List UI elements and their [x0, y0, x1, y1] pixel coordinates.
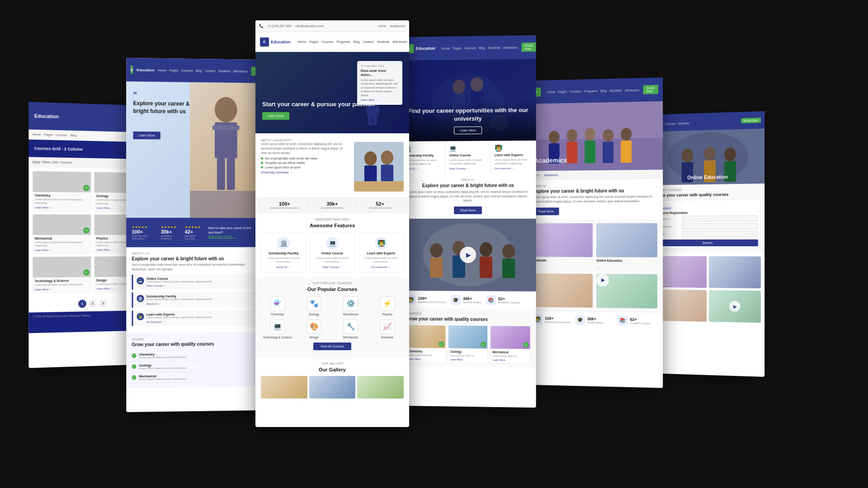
cr-mech-link[interactable]: Learn More [492, 359, 528, 362]
check-icon: ✓ [132, 375, 136, 380]
add-badge[interactable] [481, 342, 486, 347]
application-link[interactable]: Application Form → [208, 235, 236, 238]
about-label: About University [261, 139, 404, 142]
features-label: Awesome Features [261, 218, 404, 221]
cr-zoo-link[interactable]: Learn More [450, 358, 486, 361]
students-icon: 🎓 [451, 295, 461, 305]
about-image [354, 142, 404, 192]
about-text: Sed ut perspiciatis unde omnis iste natu… [132, 263, 256, 272]
course-name: Mechanical [35, 237, 89, 240]
crs-students: 🎓 30k+ Student Bodies [451, 295, 481, 305]
hero-learn-more-btn[interactable]: Learn More [133, 131, 160, 140]
cr-read-more-btn[interactable]: Read More [454, 206, 482, 214]
hero-title: Explore your career & bright future with… [133, 100, 197, 116]
university-overview-link[interactable]: University Overview → [261, 171, 349, 174]
add-badge[interactable] [83, 269, 90, 276]
cr-chem-link[interactable]: Learn More [408, 358, 443, 361]
fc-link-1[interactable]: About Us → [276, 266, 291, 268]
course-id-input[interactable] [682, 215, 758, 222]
gallery-grid [261, 376, 404, 399]
cc-hero: Start your career & pursue your passion … [255, 52, 409, 133]
crf-online-icon: 💻 [449, 145, 486, 152]
grow-title: Grow your career with quality courses [132, 341, 256, 347]
cr-hero-btn[interactable]: Learn More [454, 127, 482, 134]
stats-banner: ★★★★★ 100+ Experienced Instructors ★★★★★… [126, 218, 262, 247]
design-icon: 🎨 [307, 319, 321, 334]
cr-enroll-btn[interactable]: Enroll Now [522, 42, 536, 52]
stars-row-2: ★★★★★ [161, 225, 176, 229]
crs-instructors: 👨‍🏫 100+ Experienced Instructors [406, 295, 446, 305]
learn-more-link[interactable]: Learn More → [35, 249, 89, 251]
cs-num-1: 100+ [279, 201, 290, 206]
course-item-chemistry: ChemistryLorem ipsum dolor sit amet cons… [33, 171, 91, 211]
stat-label-2: Excellent Students [161, 234, 179, 239]
rcg-arrow-2[interactable]: → [596, 266, 599, 269]
play-button[interactable] [460, 247, 476, 263]
courses-icons-grid: ⚗️Chemistry 🐾Zoology ⚙️Mechanical ⚡Physi… [261, 296, 404, 339]
rcg-play-btn[interactable] [596, 274, 609, 286]
page-2-btn[interactable]: 2 [89, 300, 97, 308]
search-btn[interactable]: Search [658, 239, 758, 246]
fi-link-1[interactable]: View Courses → [146, 284, 212, 287]
crs-label-3: Excellent Courses [498, 301, 520, 304]
add-badge[interactable] [439, 341, 444, 347]
rcg-item-3 [533, 273, 593, 308]
page-3-btn[interactable]: 3 [99, 299, 107, 307]
rr-stat-courses: 📚 52+ Excellent Courses [618, 315, 657, 326]
crf-text-2: Lorem ipsum dolor sit amet consectetur a… [449, 158, 486, 166]
hc-learn-more-btn[interactable]: Learn More [262, 112, 289, 120]
about-section: About Us Explore your career & bright fu… [126, 247, 262, 333]
stat-100: 100+ Experienced Instructors [261, 201, 309, 209]
fc-link-2[interactable]: View Courses → [322, 266, 343, 268]
crf-link-2[interactable]: View Courses → [449, 167, 486, 170]
svg-point-0 [215, 97, 237, 122]
feature-experts: 👨‍🏫 Learn with Experts Lorem ipsum dolor… [132, 310, 256, 326]
edu-logo: E Education [260, 38, 291, 47]
cr-logo-text: Education [416, 46, 435, 51]
fc-text-3: Lorem ipsum dolor sit amet consectetur. [362, 256, 401, 264]
scholarship-icon: 🏛️ [137, 295, 144, 302]
phone-number: +1 (234) 567-890 [267, 24, 292, 28]
home-nav[interactable]: Home [378, 24, 387, 28]
svg-rect-40 [585, 141, 595, 163]
crf-link-1[interactable]: About Us → [404, 167, 442, 170]
fc-link-3[interactable]: Our Instructor → [371, 266, 391, 268]
scene: Education Home Pages Courses Blog Course… [0, 0, 868, 488]
stat-label-3: Excellent Courses [185, 234, 203, 239]
ra-read-more-btn[interactable]: Read More [533, 207, 559, 215]
view-all-courses-btn[interactable]: View All Courses [313, 343, 351, 350]
about-label: About Us [132, 252, 256, 255]
grow-section: Courses Grow your career with quality co… [126, 332, 262, 388]
rs-icon-3: 📚 [618, 315, 627, 325]
fr-thumb-graduate: Graduate → [656, 256, 707, 288]
fr-play-btn[interactable] [729, 301, 740, 312]
add-badge[interactable] [523, 342, 528, 347]
feature-online-course: 💻 Online Course Lorem ipsum dolor sit am… [132, 274, 256, 290]
gallery-item-1 [261, 376, 307, 399]
rr-stat-instructors: 👨‍🏫 100+ Experienced Instructors [533, 314, 571, 325]
page-1-btn[interactable]: 1 [78, 300, 86, 308]
rr-header: E Home Pages Courses Programs Blog Stude… [528, 77, 663, 104]
learn-more-link[interactable]: Learn More → [35, 206, 89, 209]
add-badge[interactable] [83, 227, 90, 234]
fr-enroll-btn[interactable]: Enroll Now [741, 117, 761, 123]
academics-nav[interactable]: Academics [390, 24, 406, 28]
card-main-university: 📞 +1 (234) 567-890 info@education.com Ho… [255, 20, 409, 427]
cr-feature-experts: 👨‍🏫 Learn with Experts Lorem ipsum dolor… [491, 141, 536, 174]
rr-enroll-btn[interactable]: Enroll Now [643, 85, 658, 94]
sc-link[interactable]: Learn More → [361, 99, 399, 101]
rr-hero: Academics [528, 101, 663, 171]
rcg-img-2 [596, 223, 657, 257]
crf-link-3[interactable]: Our Instructor → [495, 167, 533, 169]
level-input[interactable] [682, 231, 758, 237]
crf-scholarship-icon: 🏛️ [404, 145, 442, 152]
ci-design: 🎨Design [297, 319, 330, 339]
add-badge[interactable] [83, 185, 90, 191]
cc-sidebar-card: 22 November 2023 Duis aute irure dolor..… [357, 61, 402, 105]
department-input[interactable] [682, 223, 758, 230]
popular-title: Our Popular Courses [261, 286, 404, 292]
fi-link-2[interactable]: About Us → [146, 302, 212, 305]
rs-num-1: 100+ [545, 316, 571, 321]
fi-link-3[interactable]: No Instructor → [146, 320, 212, 324]
learn-more-link[interactable]: Learn More → [35, 287, 89, 291]
